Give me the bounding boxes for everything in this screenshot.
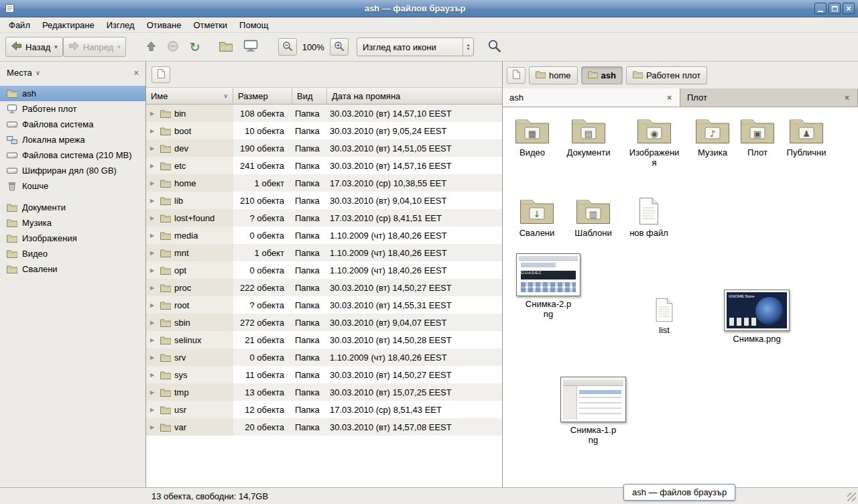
expander-icon[interactable]: ▶: [150, 285, 157, 291]
expander-icon[interactable]: ▶: [150, 355, 157, 361]
sidebar-item-videos[interactable]: Видео: [0, 246, 145, 261]
expander-icon[interactable]: ▶: [150, 111, 157, 117]
expander-icon[interactable]: ▶: [150, 163, 157, 169]
reload-button[interactable]: ↻: [184, 37, 206, 57]
icon-item-documents[interactable]: ▤Документи: [560, 115, 617, 158]
view-mode-spinner[interactable]: ▴ ▾: [463, 38, 473, 56]
file-row-mnt[interactable]: ▶mnt1 обектПапка1.10.2009 (чт) 18,40,26 …: [146, 244, 502, 261]
search-button[interactable]: [482, 37, 507, 57]
file-row-lib[interactable]: ▶lib210 обектаПапка30.03.2010 (вт) 9,04,…: [146, 192, 502, 209]
icon-item-list-file[interactable]: list: [636, 298, 692, 335]
file-row-sys[interactable]: ▶sys11 обектаПапка30.03.2010 (вт) 14,50,…: [146, 366, 502, 383]
tab-close-icon[interactable]: ×: [843, 93, 851, 103]
menu-help[interactable]: Помощ: [233, 19, 274, 32]
icon-item-videos[interactable]: ▦Видео: [504, 115, 560, 158]
sidebar-item-network[interactable]: Локална мрежа: [0, 132, 145, 147]
sidebar-item-pictures[interactable]: Изображения: [0, 231, 145, 246]
sidebar-item-desktop[interactable]: Работен плот: [0, 101, 145, 117]
places-caret-icon[interactable]: ∨: [36, 69, 40, 76]
taskbar-window-label[interactable]: ash — файлов браузър: [623, 484, 735, 501]
file-row-boot[interactable]: ▶boot10 обектаПапка30.03.2010 (вт) 9,05,…: [146, 122, 502, 139]
column-header-name[interactable]: Име∨: [146, 88, 233, 104]
file-row-etc[interactable]: ▶etc241 обектаПапка30.03.2010 (вт) 14,57…: [146, 157, 502, 174]
sidebar-close-icon[interactable]: ×: [133, 68, 139, 78]
tab-close-icon[interactable]: ×: [666, 93, 673, 103]
icon-item-snimka-2[interactable]: GUADECСнимка-2.png: [513, 253, 583, 319]
resize-grip[interactable]: [847, 493, 856, 501]
menu-go[interactable]: Отиване: [141, 19, 188, 32]
file-row-dev[interactable]: ▶dev190 обектаПапка30.03.2010 (вт) 14,51…: [146, 139, 502, 157]
expander-icon[interactable]: ▶: [150, 250, 157, 256]
path-button-desktop[interactable]: Работен плот: [626, 66, 707, 84]
icon-item-snimka[interactable]: GNOME StoreСнимка.png: [721, 290, 792, 344]
expander-icon[interactable]: ▶: [150, 320, 157, 326]
menu-file[interactable]: Файл: [3, 19, 36, 32]
icon-item-pictures[interactable]: ◉Изображения: [626, 115, 682, 168]
file-row-root[interactable]: ▶root? обектаПапка30.03.2010 (вт) 14,55,…: [146, 296, 502, 314]
expander-icon[interactable]: ▶: [150, 180, 157, 186]
menu-edit[interactable]: Редактиране: [36, 19, 101, 32]
tab-plot[interactable]: Плот×: [680, 88, 858, 107]
icon-item-templates[interactable]: ▥Шаблони: [565, 196, 621, 238]
path-button-home[interactable]: home: [529, 66, 578, 84]
computer-button[interactable]: [238, 37, 263, 57]
places-title[interactable]: Места: [7, 68, 32, 78]
up-button[interactable]: [141, 37, 162, 57]
expander-icon[interactable]: ▶: [150, 424, 157, 430]
expander-icon[interactable]: ▶: [150, 233, 157, 239]
file-row-usr[interactable]: ▶usr12 обектаПапка17.03.2010 (ср) 8,51,4…: [146, 401, 502, 418]
location-toggle-button[interactable]: [151, 66, 170, 83]
sidebar-item-ash[interactable]: ash: [0, 86, 145, 101]
minimize-button[interactable]: [814, 3, 826, 14]
location-toggle-button-right[interactable]: [507, 67, 526, 84]
menu-bookmarks[interactable]: Отметки: [187, 19, 233, 32]
file-row-lost+found[interactable]: ▶lost+found? обектаПапка17.03.2010 (ср) …: [146, 209, 502, 227]
expander-icon[interactable]: ▶: [150, 302, 157, 308]
sidebar-item-trash[interactable]: Кошче: [0, 178, 145, 194]
file-row-selinux[interactable]: ▶selinux21 обектаПапка30.03.2010 (вт) 14…: [146, 331, 502, 349]
icon-item-downloads[interactable]: ↓Свалени: [509, 196, 565, 238]
expander-icon[interactable]: ▶: [150, 337, 157, 343]
file-row-media[interactable]: ▶media0 обектаПапка1.10.2009 (чт) 18,40,…: [146, 227, 502, 244]
forward-button[interactable]: Напред ▾: [63, 37, 126, 57]
titlebar[interactable]: ash — файлов браузър ×: [0, 0, 858, 17]
column-header-date[interactable]: Дата на промяна: [327, 88, 502, 104]
column-header-type[interactable]: Вид: [292, 88, 327, 104]
expander-icon[interactable]: ▶: [150, 389, 157, 395]
file-row-bin[interactable]: ▶bin108 обектаПапка30.03.2010 (вт) 14,57…: [146, 105, 502, 122]
menu-view[interactable]: Изглед: [101, 19, 141, 32]
stop-button[interactable]: [162, 37, 184, 57]
expander-icon[interactable]: ▶: [150, 128, 157, 134]
path-button-ash[interactable]: ash: [581, 66, 623, 84]
file-row-var[interactable]: ▶var20 обектаПапка30.03.2010 (вт) 14,57,…: [146, 418, 502, 436]
sidebar-item-encrypted-80gb[interactable]: Шифриран дял (80 GB): [0, 163, 145, 178]
zoom-in-button[interactable]: [330, 38, 349, 56]
icon-view[interactable]: ▦Видео▤Документи◉Изображения♪Музика▣Плот…: [503, 107, 858, 487]
sidebar-item-filesystem-210mb[interactable]: Файлова система (210 MB): [0, 147, 145, 163]
expander-icon[interactable]: ▶: [150, 145, 157, 151]
file-row-opt[interactable]: ▶opt0 обектаПапка1.10.2009 (чт) 18,40,26…: [146, 261, 502, 279]
zoom-out-button[interactable]: [278, 38, 297, 56]
expander-icon[interactable]: ▶: [150, 215, 157, 221]
expander-icon[interactable]: ▶: [150, 267, 157, 273]
file-row-proc[interactable]: ▶proc222 обектаПапка30.03.2010 (вт) 14,5…: [146, 279, 502, 296]
maximize-button[interactable]: [829, 3, 841, 14]
home-button[interactable]: [214, 37, 238, 57]
column-header-size[interactable]: Размер: [233, 88, 292, 104]
file-row-srv[interactable]: ▶srv0 обектаПапка1.10.2009 (чт) 18,40,26…: [146, 349, 502, 366]
file-row-home[interactable]: ▶home1 обектПапка17.03.2010 (ср) 10,38,5…: [146, 174, 502, 192]
file-row-tmp[interactable]: ▶tmp13 обектаПапка30.03.2010 (вт) 15,07,…: [146, 383, 502, 401]
sidebar-item-documents[interactable]: Документи: [0, 200, 145, 215]
back-history-dropdown-icon[interactable]: ▾: [54, 44, 58, 50]
icon-item-desktop[interactable]: ▣Плот: [729, 115, 786, 158]
icon-item-snimka-1[interactable]: Снимка-1.png: [558, 377, 629, 445]
expander-icon[interactable]: ▶: [150, 198, 157, 204]
icon-item-public[interactable]: ♟Публични: [778, 115, 835, 158]
view-mode-dropdown[interactable]: Изглед като икони ▴ ▾: [357, 38, 474, 56]
forward-history-dropdown-icon[interactable]: ▾: [117, 44, 121, 50]
expander-icon[interactable]: ▶: [150, 372, 157, 378]
sidebar-item-filesystem[interactable]: Файлова система: [0, 117, 145, 132]
back-button[interactable]: Назад ▾: [5, 37, 63, 57]
icon-item-new-file[interactable]: нов файл: [621, 197, 677, 238]
file-row-sbin[interactable]: ▶sbin272 обектаПапка30.03.2010 (вт) 9,04…: [146, 314, 502, 331]
